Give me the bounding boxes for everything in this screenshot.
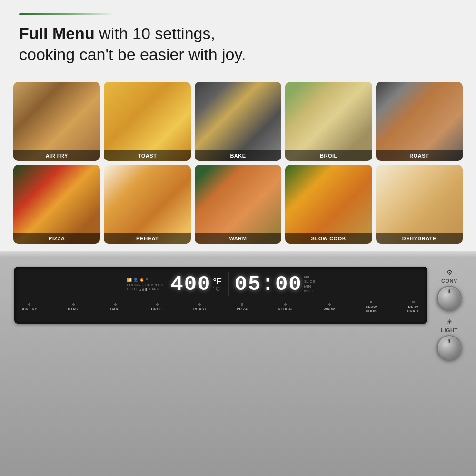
conv-knob[interactable]: [437, 286, 462, 310]
temp-unit-group: °F °C: [213, 277, 221, 292]
dark-label: DARK: [149, 288, 159, 291]
mode-label-toast: TOAST: [67, 307, 80, 311]
mode-button-broil[interactable]: BROIL: [151, 303, 163, 311]
header-title: Full Menu with 10 settings,cooking can't…: [19, 23, 457, 65]
food-label-toast: TOAST: [104, 150, 190, 161]
bar4: [143, 288, 144, 291]
time-digital-display: 05:00 HR SLICE MIN INCH: [235, 274, 315, 295]
mode-dot-bake: [114, 303, 117, 306]
light-icon: ☀: [446, 318, 453, 326]
temp-digital-display: 400 °F °C: [170, 274, 221, 295]
mode-dot-roast: [198, 303, 201, 306]
flame-icon: 🔥: [139, 278, 144, 282]
food-label-pizza: PIZZA: [13, 233, 100, 244]
food-label-dehydrate: DEHYDRATE: [376, 233, 463, 244]
bar1: [139, 290, 140, 291]
mode-dot-warm: [328, 303, 331, 306]
food-item-pizza[interactable]: PIZZA: [13, 165, 100, 244]
min-inch-group: MIN INCH: [304, 284, 314, 293]
hr-label: HR: [304, 275, 315, 280]
temp-c-label: °C: [213, 286, 220, 292]
oven-top-bar: [0, 251, 476, 257]
title-bold: Full Menu: [19, 24, 95, 42]
signal-bars: [139, 288, 147, 291]
mode-label-warm: WARM: [324, 307, 336, 311]
food-label-air-fry: AIR FRY: [13, 150, 100, 161]
conv-icon: ⚙: [446, 268, 453, 276]
mode-label-pizza: PIZZA: [237, 307, 248, 311]
bar6: [146, 288, 147, 291]
mode-button-dehydrate[interactable]: DEHY DRATE: [407, 301, 420, 313]
control-panel: 📶 👤 🔥 ≡ COOKING COMPLETE LIGHT: [14, 267, 427, 324]
oven-section: 📶 👤 🔥 ≡ COOKING COMPLETE LIGHT: [0, 251, 476, 476]
right-controls: ⚙ CONV ☀ LIGHT: [437, 267, 462, 360]
conv-knob-group: ⚙ CONV: [437, 268, 462, 310]
mode-button-roast[interactable]: ROAST: [193, 303, 207, 311]
mode-dot-broil: [156, 303, 159, 306]
display-indicators: 📶 👤 🔥 ≡ COOKING COMPLETE LIGHT: [127, 278, 165, 291]
mode-label-bake: BAKE: [110, 307, 121, 311]
complete-label: COMPLETE: [145, 283, 165, 287]
mode-button-row: AIR FRYTOASTBAKEBROILROASTPIZZAREHEATWAR…: [22, 299, 420, 314]
food-label-warm: WARM: [195, 233, 281, 244]
food-label-slow-cook: SLOW COOK: [285, 233, 372, 244]
conv-label: CONV: [441, 278, 457, 284]
bar5: [145, 288, 146, 291]
time-value: 05:00: [235, 274, 302, 295]
mode-dot-pizza: [241, 303, 243, 306]
time-unit-group: HR SLICE MIN INCH: [304, 275, 315, 293]
cooking-label: COOKING: [127, 283, 143, 287]
food-item-broil[interactable]: BROIL: [285, 82, 372, 161]
min-label: MIN: [304, 284, 314, 289]
wifi-icon: 📶: [127, 278, 132, 282]
food-item-roast[interactable]: ROAST: [376, 82, 463, 161]
display-area: 📶 👤 🔥 ≡ COOKING COMPLETE LIGHT: [22, 272, 420, 296]
icon-row-top: 📶 👤 🔥 ≡: [127, 278, 148, 282]
mode-label-slow-cook: SLOW COOK: [366, 305, 377, 313]
person-icon: 👤: [133, 278, 138, 282]
mode-dot-reheat: [284, 303, 287, 306]
header-section: Full Menu with 10 settings,cooking can't…: [0, 0, 476, 74]
food-item-slow-cook[interactable]: SLOW COOK: [285, 165, 372, 244]
mode-button-bake[interactable]: BAKE: [110, 303, 121, 311]
food-label-bake: BAKE: [195, 150, 281, 161]
food-label-broil: BROIL: [285, 150, 372, 161]
mode-label-broil: BROIL: [151, 307, 163, 311]
mode-button-pizza[interactable]: PIZZA: [237, 303, 248, 311]
green-bar: [19, 13, 114, 15]
inch-label: INCH: [304, 289, 314, 294]
hr-slice-group: HR SLICE: [304, 275, 315, 284]
food-item-warm[interactable]: WARM: [195, 165, 281, 244]
mode-button-warm[interactable]: WARM: [324, 303, 336, 311]
mode-dot-air-fry: [28, 303, 30, 306]
food-item-reheat[interactable]: REHEAT: [104, 165, 190, 244]
mode-label-roast: ROAST: [193, 307, 207, 311]
bar2: [140, 289, 141, 291]
mode-button-toast[interactable]: TOAST: [67, 303, 80, 311]
display-divider: [228, 272, 229, 296]
food-item-air-fry[interactable]: AIR FRY: [13, 82, 100, 161]
light-indicator-row: LIGHT DARK: [127, 288, 159, 291]
slice-label: SLICE: [304, 279, 315, 284]
mode-dot-dehydrate: [412, 301, 415, 303]
mode-dot-toast: [72, 303, 75, 306]
oven-body: 📶 👤 🔥 ≡ COOKING COMPLETE LIGHT: [0, 257, 476, 476]
food-item-dehydrate[interactable]: DEHYDRATE: [376, 165, 463, 244]
food-item-bake[interactable]: BAKE: [195, 82, 281, 161]
food-item-toast[interactable]: TOAST: [104, 82, 190, 161]
mode-button-slow-cook[interactable]: SLOW COOK: [366, 301, 377, 313]
light-label: LIGHT: [127, 288, 137, 291]
cooking-indicator-row: COOKING COMPLETE: [127, 283, 165, 287]
temperature-value: 400: [170, 274, 211, 295]
mode-dot-slow-cook: [370, 301, 372, 303]
menu-icon: ≡: [146, 278, 148, 282]
mode-button-air-fry[interactable]: AIR FRY: [22, 303, 37, 311]
light-knob[interactable]: [437, 335, 462, 360]
light-knob-group: ☀ LIGHT: [437, 318, 462, 360]
mode-label-air-fry: AIR FRY: [22, 307, 37, 311]
food-grid: AIR FRYTOASTBAKEBROILROASTPIZZAREHEATWAR…: [13, 82, 463, 244]
light-knob-label: LIGHT: [441, 327, 458, 333]
temp-f-label: °F: [213, 277, 221, 286]
mode-label-reheat: REHEAT: [278, 307, 293, 311]
mode-button-reheat[interactable]: REHEAT: [278, 303, 293, 311]
